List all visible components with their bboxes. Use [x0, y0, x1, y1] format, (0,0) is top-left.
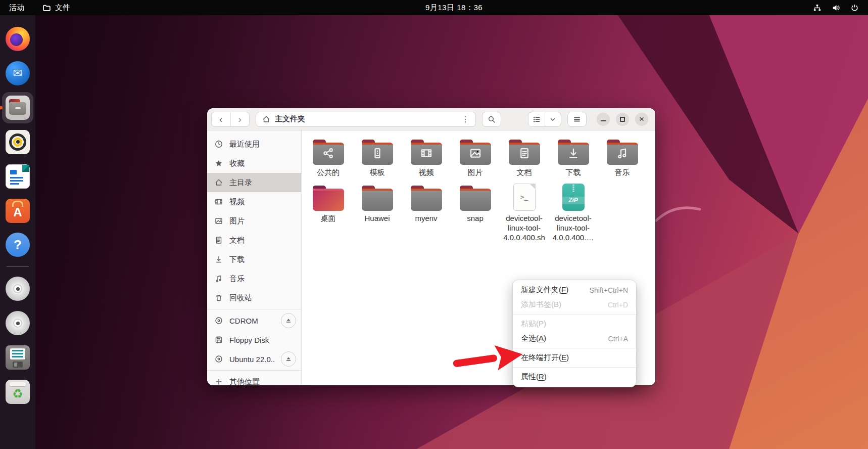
- list-view-button[interactable]: [528, 112, 545, 126]
- shortcut-label: Shift+Ctrl+N: [590, 286, 628, 294]
- minimize-button[interactable]: [597, 113, 610, 126]
- sidebar: 最近使用 收藏 主目录 视频 图片 文档: [207, 130, 302, 385]
- file-item[interactable]: 音乐: [598, 136, 647, 177]
- file-item[interactable]: snap: [451, 182, 500, 243]
- eject-button[interactable]: [281, 351, 296, 367]
- file-item[interactable]: Huawei: [353, 182, 402, 243]
- dock-item-firefox[interactable]: [2, 23, 33, 55]
- folder-icon: [460, 186, 491, 211]
- file-label: Huawei: [364, 214, 390, 223]
- view-toggle-group: [528, 112, 561, 127]
- file-item[interactable]: 视频: [402, 136, 451, 177]
- file-item[interactable]: 文档: [500, 136, 549, 177]
- help-glyph: ?: [14, 237, 22, 253]
- back-button[interactable]: ‹: [212, 112, 230, 126]
- desktop-folder-icon: [313, 186, 344, 211]
- main-menu-button[interactable]: [567, 112, 587, 127]
- view-options-dropdown[interactable]: [545, 112, 561, 126]
- floppy-icon: [6, 345, 30, 370]
- header-bar: ‹ › 主文件夹 ⋮ ×: [207, 108, 655, 130]
- star-icon: [215, 159, 223, 167]
- path-bar[interactable]: 主文件夹 ⋮: [256, 112, 476, 127]
- dock-item-floppy[interactable]: [2, 342, 33, 373]
- sidebar-label: 主目录: [229, 178, 296, 188]
- dock-item-help[interactable]: ?: [2, 230, 33, 261]
- dock-item-libreoffice-writer[interactable]: [2, 161, 33, 192]
- shell-script-icon: >_: [513, 184, 536, 211]
- maximize-icon: [620, 117, 625, 122]
- download-icon: [215, 255, 223, 263]
- dock-item-files[interactable]: [2, 92, 33, 123]
- file-item[interactable]: >_ devicetool-linux-tool-4.0.0.400.sh: [500, 182, 549, 243]
- document-emblem-icon: [518, 147, 531, 159]
- dock-item-ubuntu-software[interactable]: A: [2, 195, 33, 227]
- power-icon[interactable]: [850, 4, 859, 12]
- sidebar-label: 其他位置: [229, 377, 296, 386]
- sidebar-label: 文档: [229, 236, 296, 245]
- dock-item-thunderbird[interactable]: [2, 58, 33, 89]
- template-emblem-icon: [371, 147, 383, 159]
- file-item[interactable]: 桌面: [304, 182, 353, 243]
- dock-item-trash[interactable]: ♻: [2, 376, 33, 408]
- menu-item-new-folder[interactable]: 新建文件夹(F) Shift+Ctrl+N: [513, 283, 636, 297]
- menu-divider: [513, 348, 636, 348]
- folder-icon: [607, 140, 638, 165]
- sidebar-item-home[interactable]: 主目录: [207, 173, 301, 192]
- focused-app-menu[interactable]: 文件: [42, 3, 70, 13]
- sidebar-item-documents[interactable]: 文档: [207, 231, 301, 250]
- sidebar-item-cdrom[interactable]: CDROM: [207, 311, 301, 330]
- dock-item-ubuntu-disc[interactable]: [2, 307, 33, 339]
- image-emblem-icon: [469, 147, 481, 159]
- file-item[interactable]: 图片: [451, 136, 500, 177]
- activities-button[interactable]: 活动: [9, 3, 24, 13]
- dock-item-cdrom[interactable]: [2, 273, 33, 304]
- wallpaper-swirl: [654, 198, 702, 224]
- volume-icon[interactable]: [832, 4, 840, 12]
- search-button[interactable]: [482, 112, 501, 127]
- folder-icon: [362, 140, 393, 165]
- minimize-icon: [601, 120, 606, 121]
- maximize-button[interactable]: [616, 113, 629, 126]
- clock[interactable]: 9月13日 18：36: [425, 0, 483, 15]
- file-item[interactable]: myenv: [402, 182, 451, 243]
- firefox-icon: [6, 27, 30, 51]
- sidebar-item-floppy[interactable]: Floppy Disk: [207, 330, 301, 349]
- file-item[interactable]: 下载: [549, 136, 598, 177]
- location-menu-button[interactable]: ⋮: [458, 114, 472, 124]
- sidebar-item-downloads[interactable]: 下载: [207, 250, 301, 269]
- dock-item-app-grid[interactable]: [2, 411, 33, 442]
- sidebar-item-music[interactable]: 音乐: [207, 269, 301, 288]
- dock-item-rhythmbox[interactable]: [2, 126, 33, 158]
- sidebar-item-other-locations[interactable]: 其他位置: [207, 372, 301, 385]
- floppy-icon: [215, 336, 223, 344]
- trash-icon: ♻: [6, 380, 30, 404]
- sidebar-label: 图片: [229, 216, 296, 226]
- forward-button[interactable]: ›: [230, 112, 250, 126]
- close-button[interactable]: ×: [635, 113, 648, 126]
- menu-item-properties[interactable]: 属性(R): [513, 370, 636, 384]
- file-label: devicetool-linux-tool-4.0.0.400.sh: [500, 214, 549, 243]
- sidebar-item-pictures[interactable]: 图片: [207, 211, 301, 231]
- sidebar-item-ubuntu-disc[interactable]: Ubuntu 22.0...: [207, 349, 301, 369]
- sidebar-item-recent[interactable]: 最近使用: [207, 134, 301, 154]
- menu-item-select-all[interactable]: 全选(A) Ctrl+A: [513, 331, 636, 346]
- sidebar-item-videos[interactable]: 视频: [207, 192, 301, 211]
- plus-icon: [215, 378, 223, 385]
- sidebar-item-starred[interactable]: 收藏: [207, 154, 301, 173]
- eject-button[interactable]: [281, 313, 296, 328]
- sidebar-label: 收藏: [229, 159, 296, 168]
- ubuntu-software-icon: A: [6, 199, 30, 223]
- sidebar-item-trash[interactable]: 回收站: [207, 288, 301, 307]
- file-item[interactable]: ZiP devicetool-linux-tool-4.0.0.400.…: [549, 182, 598, 243]
- file-label: 图片: [468, 168, 483, 177]
- recent-icon: [215, 140, 223, 148]
- file-item[interactable]: 公共的: [304, 136, 353, 177]
- folder-icon: [460, 140, 491, 165]
- folder-icon: [411, 186, 442, 211]
- network-icon[interactable]: [813, 4, 822, 12]
- rhythmbox-icon: [6, 130, 30, 154]
- file-item[interactable]: 模板: [353, 136, 402, 177]
- top-bar: 活动 文件 9月13日 18：36: [0, 0, 868, 15]
- eject-icon: [285, 317, 292, 324]
- menu-item-open-in-terminal[interactable]: 在终端打开(E): [513, 350, 636, 365]
